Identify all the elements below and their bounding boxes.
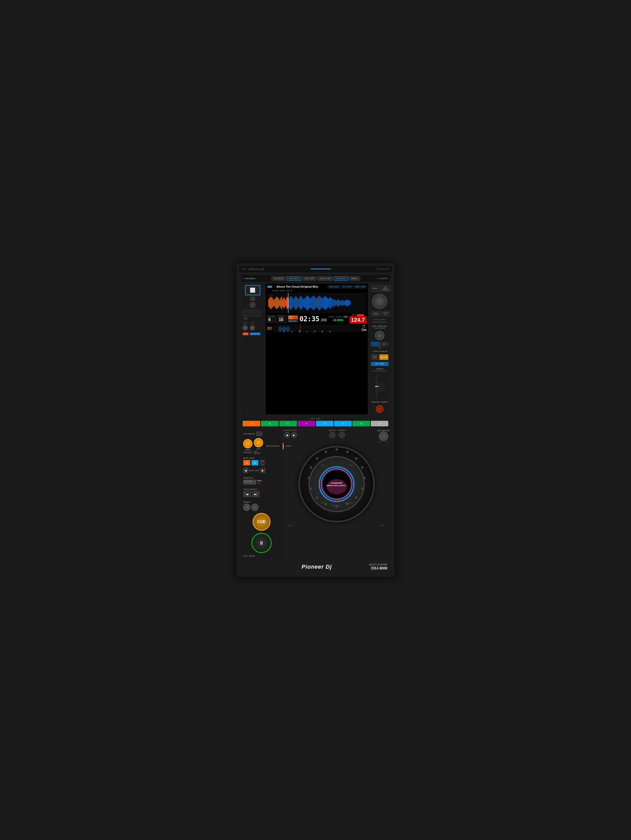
svg-rect-13 [279, 300, 280, 306]
hc-btn-a[interactable]: A [243, 421, 260, 426]
jog-wheel[interactable]: MODE VINYL SLIP SYNC MASTER BEAT SYNC [299, 446, 375, 522]
power-knob[interactable] [250, 302, 256, 308]
hc-btn-d[interactable]: D [298, 421, 315, 426]
menu-btn[interactable]: MENU [349, 276, 360, 281]
mini-waveform-svg [273, 325, 361, 332]
track-next-button[interactable]: ▶| [252, 491, 259, 497]
hc-btn-b[interactable]: B [261, 421, 278, 426]
hc-btn-g[interactable]: G [353, 421, 370, 426]
hc-btn-h[interactable]: H [371, 421, 388, 426]
beat-loop-section: BEAT LOOP 4 8 1/2X 2X [243, 455, 280, 466]
svg-rect-6 [272, 298, 273, 307]
time-mode-knob[interactable] [243, 325, 248, 330]
direction-btns: SLIP REV FWD REV [243, 480, 280, 485]
beat-sync-button[interactable]: BEAT SYNC [371, 354, 379, 360]
search-btn[interactable]: SEARCH [334, 276, 348, 281]
time-decimal: .350 [320, 318, 327, 322]
beat-jump-btn[interactable]: BEAT JUMP [354, 285, 367, 288]
out-button[interactable] [254, 438, 263, 447]
master-sync-button[interactable]: MASTER [380, 354, 388, 360]
source-btn[interactable]: SOURCE [272, 276, 286, 281]
track-title: Above The Cloud (Original Mix) [276, 285, 326, 288]
auto-cue-label: AUTOCUE [250, 322, 255, 325]
call-btn[interactable] [256, 431, 262, 436]
play-pause-button[interactable]: ⏸ [251, 533, 272, 553]
search-knob-left[interactable] [243, 504, 250, 511]
track-filter-btn[interactable]: ▸TRACK FILTER [371, 311, 380, 316]
vinyl-speed-knob[interactable] [375, 331, 384, 340]
svg-point-111 [335, 448, 338, 451]
search-label: SEARCH [243, 501, 251, 503]
in-cue-button[interactable] [243, 439, 252, 448]
search-knob-right[interactable] [251, 504, 258, 511]
hc-btn-c[interactable]: C [279, 421, 297, 426]
svg-rect-82 [348, 300, 349, 306]
player-info-row: PLAYER 6 TRACK 15 4/HOT CUE Auto Cue [267, 314, 367, 324]
svg-rect-46 [312, 296, 313, 309]
master-tempo-knob[interactable] [376, 405, 383, 413]
cue-next-icon: ▶ [293, 434, 295, 437]
delete-btn[interactable] [329, 432, 335, 438]
cue-loop-prev-btn[interactable]: ◀ [284, 432, 290, 438]
svg-rect-66 [332, 299, 332, 307]
short-cut-btn[interactable]: SHORT CUT [381, 311, 390, 316]
beat-jump-right-button[interactable]: ▶ [260, 468, 265, 473]
search-knobs [243, 504, 280, 511]
cue-loop-next-btn[interactable]: ▶ [291, 432, 297, 438]
in-adjust-label: IN ADJUST [243, 452, 252, 453]
hc-btn-e[interactable]: E [316, 421, 334, 426]
svg-point-113 [355, 458, 357, 460]
tag-track-button[interactable]: TAG TRACK /REMOVE [380, 285, 391, 292]
memory-section: MEMORY [338, 429, 346, 438]
tempo-label-right: TEMPO [376, 368, 383, 370]
beat-4-button[interactable]: 4 [243, 460, 250, 466]
slip-button[interactable]: SLIP [243, 332, 248, 335]
svg-point-116 [361, 488, 364, 490]
memory-btn[interactable] [339, 432, 345, 438]
svg-rect-103 [285, 327, 286, 331]
svg-rect-31 [297, 298, 298, 308]
cue-text: CUE [257, 519, 266, 524]
cue-loop-call-label: CUE/LOOP CALL [283, 429, 298, 431]
browse-btn[interactable]: BROWSE [287, 276, 302, 281]
two-x-button[interactable]: 2X [259, 463, 265, 466]
track-edit-row: ▸TRACK FILTER SHORT CUT [371, 311, 388, 316]
hot-cue-buttons: A B C D E F G H [243, 421, 388, 426]
svg-rect-91 [314, 331, 315, 332]
auto-cue-knob[interactable] [250, 325, 255, 330]
key-shift-btn[interactable]: KEY SHIFT [341, 285, 353, 288]
beat-jump-left-button[interactable]: ◀ [243, 468, 248, 473]
svg-rect-15 [281, 297, 282, 309]
hc-btn-f[interactable]: F [334, 421, 352, 426]
tag-list-btn[interactable]: TAG LIST [302, 276, 317, 281]
direction-label: DIRECTION [243, 477, 253, 479]
jog-track: ABOVE THE CLOUD D.. [327, 485, 347, 487]
screen: USB ♪ Above The Cloud (Original Mix) BEA… [266, 284, 368, 334]
beat-loop-btn[interactable]: BEAT LOOP [328, 285, 340, 288]
half-x-button[interactable]: 1/2X [259, 460, 265, 463]
track-prev-button[interactable]: |◀ [243, 491, 251, 497]
slip-rev-switch[interactable]: SLIP REV [243, 480, 256, 485]
svg-rect-51 [317, 297, 318, 308]
tempo-area: SINGLE TEMPO ±16 +0.55% [329, 316, 348, 322]
browse-knob[interactable] [372, 294, 387, 309]
back-button[interactable]: BACK [371, 285, 380, 292]
music-icon: ♪ [274, 286, 275, 288]
svg-rect-40 [306, 296, 307, 309]
tempo-range-badge: ±16 [343, 316, 348, 318]
vinyl-btn[interactable]: VINYL [371, 342, 380, 346]
svg-rect-92 [322, 331, 323, 332]
tempo-slider-track[interactable] [376, 376, 377, 396]
play-pause-label: PLAY / PAUSE [243, 555, 255, 557]
quantize-button[interactable]: QUANTIZE [250, 332, 261, 335]
play-list-btn[interactable]: PLAY LIST [318, 276, 333, 281]
center-top-row: CUE/LOOP CALL ◀ ▶ DELETE [283, 429, 390, 442]
svg-rect-96 [280, 326, 280, 332]
cdj-btn[interactable]: CDJ [380, 342, 388, 346]
jog-adjust-knob[interactable] [379, 432, 388, 441]
hot-cue-section: — HOT CUE — A B C D E F G H [241, 416, 390, 428]
fwd-label-bottom: FWD [380, 524, 385, 527]
cue-button[interactable]: CUE [253, 513, 270, 531]
beat-8-button[interactable]: 8 [251, 460, 258, 466]
master-tempo-label: MASTER TEMPO [372, 401, 388, 403]
